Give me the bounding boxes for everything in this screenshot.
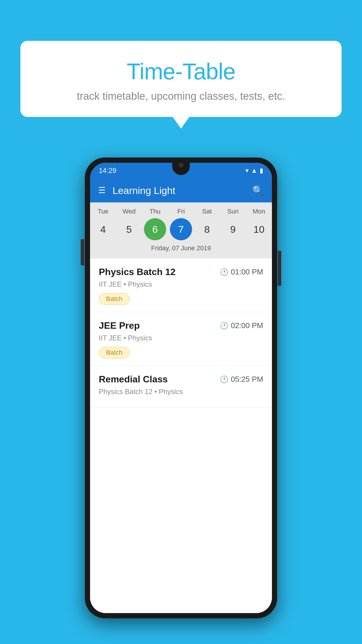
clock-icon-2: 🕐 — [220, 322, 229, 330]
class-name-3: Remedial Class — [99, 374, 168, 385]
phone-screen: 14:29 ▾ ▲ ▮ ☰ Learning Light 🔍 T — [90, 163, 272, 613]
phone-notch — [172, 158, 190, 175]
clock-icon-1: 🕐 — [220, 268, 229, 276]
hamburger-icon[interactable]: ☰ — [98, 186, 106, 195]
class-name-1: Physics Batch 12 — [99, 267, 175, 277]
phone-outer: 14:29 ▾ ▲ ▮ ☰ Learning Light 🔍 T — [85, 158, 277, 618]
signal-icon: ▲ — [251, 167, 257, 174]
day-4[interactable]: 4 — [92, 218, 114, 240]
speech-bubble: Time-Table track timetable, upcoming cla… — [20, 41, 342, 117]
class-subject-3: Physics Batch 12 • Physics — [99, 388, 263, 396]
speech-bubble-container: Time-Table track timetable, upcoming cla… — [20, 41, 342, 117]
battery-icon: ▮ — [260, 167, 263, 174]
calendar-strip: Tue Wed Thu Fri Sat Sun Mon 4 5 6 7 8 — [90, 202, 272, 258]
selected-date: Friday, 07 June 2019 — [90, 244, 272, 256]
camera-icon — [179, 163, 183, 167]
app-title: Learning Light — [113, 185, 252, 196]
day-10[interactable]: 10 — [248, 218, 270, 240]
batch-badge-1: Batch — [99, 293, 130, 305]
batch-badge-2: Batch — [99, 347, 130, 358]
wifi-icon: ▾ — [245, 167, 249, 174]
status-icons: ▾ ▲ ▮ — [245, 167, 263, 174]
class-header-1: Physics Batch 12 🕐 01:00 PM — [99, 267, 263, 277]
app-header: ☰ Learning Light 🔍 — [90, 178, 272, 202]
day-numbers: 4 5 6 7 8 9 10 — [90, 218, 272, 240]
day-header-mon: Mon — [248, 208, 270, 215]
phone-frame: 14:29 ▾ ▲ ▮ ☰ Learning Light 🔍 T — [85, 158, 277, 618]
day-header-tue: Tue — [92, 208, 114, 215]
class-header-3: Remedial Class 🕐 05:25 PM — [99, 374, 263, 385]
class-time-1: 🕐 01:00 PM — [220, 267, 263, 276]
class-subject-2: IIT JEE • Physics — [99, 334, 263, 342]
day-header-fri: Fri — [170, 208, 192, 215]
class-item-physics-batch-12[interactable]: Physics Batch 12 🕐 01:00 PM IIT JEE • Ph… — [90, 258, 272, 312]
class-header-2: JEE Prep 🕐 02:00 PM — [99, 320, 263, 331]
day-header-wed: Wed — [118, 208, 140, 215]
day-8[interactable]: 8 — [196, 218, 218, 240]
day-header-thu: Thu — [144, 208, 166, 215]
day-header-sun: Sun — [222, 208, 244, 215]
day-headers: Tue Wed Thu Fri Sat Sun Mon — [90, 208, 272, 215]
class-name-2: JEE Prep — [99, 320, 140, 331]
clock-icon-3: 🕐 — [220, 375, 229, 384]
search-icon[interactable]: 🔍 — [252, 185, 264, 196]
day-7-selected[interactable]: 7 — [170, 218, 192, 240]
class-time-2: 🕐 02:00 PM — [220, 321, 263, 330]
day-header-sat: Sat — [196, 208, 218, 215]
class-time-3: 🕐 05:25 PM — [220, 375, 263, 384]
day-9[interactable]: 9 — [222, 218, 244, 240]
day-5[interactable]: 5 — [118, 218, 140, 240]
bubble-title: Time-Table — [38, 58, 324, 85]
day-6-today[interactable]: 6 — [144, 218, 166, 240]
class-item-remedial-class[interactable]: Remedial Class 🕐 05:25 PM Physics Batch … — [90, 366, 272, 408]
bubble-subtitle: track timetable, upcoming classes, tests… — [38, 90, 324, 102]
class-list: Physics Batch 12 🕐 01:00 PM IIT JEE • Ph… — [90, 258, 272, 613]
class-subject-1: IIT JEE • Physics — [99, 280, 263, 288]
class-item-jee-prep[interactable]: JEE Prep 🕐 02:00 PM IIT JEE • Physics Ba… — [90, 312, 272, 366]
status-time: 14:29 — [99, 167, 116, 175]
